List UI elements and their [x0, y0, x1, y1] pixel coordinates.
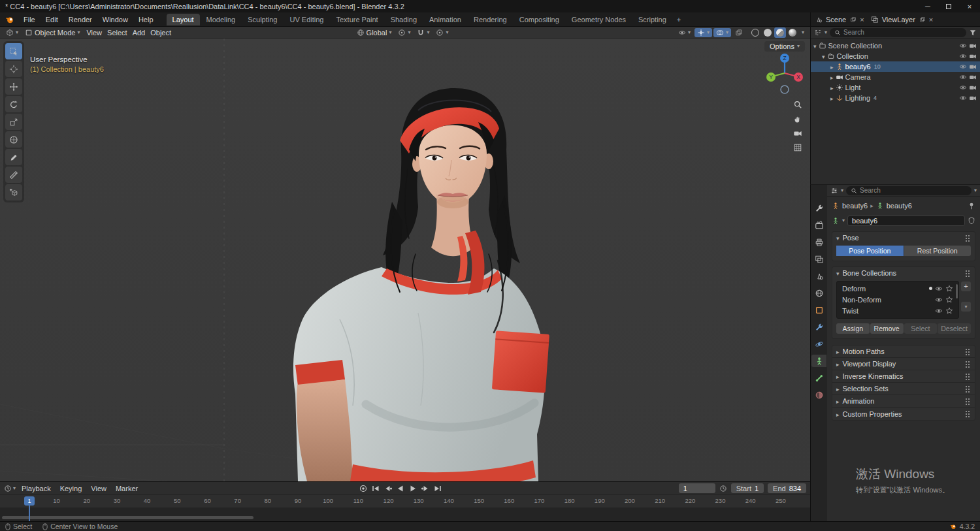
drag-grip-icon[interactable] [965, 385, 971, 393]
breadcrumb-object[interactable]: beauty6 [842, 202, 868, 210]
scene-selector[interactable]: Scene [825, 16, 847, 24]
properties-section-header[interactable]: Animation [832, 395, 975, 408]
hide-in-viewport-icon[interactable] [959, 73, 967, 81]
timeline-menu[interactable]: View [86, 483, 111, 494]
workspace-tab[interactable]: Layout [167, 14, 200, 25]
tool-annotate[interactable] [5, 149, 22, 165]
menubar-menu[interactable]: Help [133, 14, 159, 25]
disable-in-renders-icon[interactable] [969, 42, 977, 50]
output-tab[interactable] [811, 236, 826, 248]
maximize-button[interactable] [938, 0, 959, 12]
transform-orientation-selector[interactable]: Global▾ [354, 28, 395, 37]
workspace-tab[interactable]: Rendering [468, 14, 513, 25]
xray-toggle[interactable] [732, 28, 745, 37]
disclosure-triangle-icon[interactable] [822, 52, 825, 60]
bone-collection-action-button[interactable]: Select [904, 323, 938, 334]
properties-section-header[interactable]: Inverse Kinematics [832, 370, 975, 383]
solo-star-icon[interactable] [945, 307, 953, 315]
properties-search-input[interactable] [860, 187, 967, 194]
bone-collection-row[interactable]: Twist [837, 305, 958, 316]
drag-grip-icon[interactable] [965, 361, 971, 368]
pivot-point-selector[interactable]: ▾ [395, 28, 413, 37]
workspace-tab[interactable]: Geometry Nodes [566, 14, 632, 25]
gizmo-negative-z-axis[interactable] [781, 86, 789, 93]
hide-in-viewport-icon[interactable] [959, 84, 967, 91]
id-chevron-icon[interactable]: ▾ [842, 218, 845, 223]
menubar-menu[interactable]: Edit [41, 14, 63, 25]
auto-keying-button[interactable] [358, 483, 368, 493]
show-overlays-toggle[interactable]: ▾ [713, 28, 731, 37]
navigation-gizmo[interactable]: Z Y X [762, 50, 808, 96]
minimize-button[interactable]: ─ [917, 0, 938, 12]
outliner-row[interactable]: Lighting 4 [811, 93, 980, 103]
bone-collection-specials-button[interactable]: ▾ [961, 302, 971, 312]
mode-selector[interactable]: Object Mode▾ [22, 28, 82, 37]
properties-editor-icon[interactable] [830, 187, 838, 195]
disclosure-triangle-icon[interactable] [830, 63, 834, 71]
bone-collections-header[interactable]: Bone Collections [832, 267, 975, 279]
hide-in-viewport-icon[interactable] [959, 94, 967, 102]
viewport-menu[interactable]: Add [130, 28, 148, 37]
zoom-icon[interactable] [793, 100, 802, 109]
previous-keyframe-button[interactable] [383, 483, 393, 493]
disable-in-renders-icon[interactable] [969, 94, 977, 102]
drag-grip-icon[interactable] [965, 398, 971, 405]
properties-section-header[interactable]: Selection Sets [832, 383, 975, 395]
outliner-row[interactable]: Camera [811, 72, 980, 82]
timeline-menu[interactable]: Marker [111, 483, 142, 494]
outliner-row[interactable]: Light [811, 82, 980, 93]
timeline-editor-icon[interactable] [4, 485, 12, 492]
drag-grip-icon[interactable] [965, 373, 971, 380]
filter-icon[interactable] [969, 29, 977, 37]
bone-collection-action-button[interactable]: Remove [870, 323, 904, 334]
shading-wireframe-button[interactable] [749, 27, 761, 38]
tool-rotate[interactable] [5, 96, 22, 112]
add-bone-collection-button[interactable]: + [961, 282, 971, 291]
breadcrumb-data[interactable]: beauty6 [887, 202, 912, 210]
timeline-menu[interactable]: Playback [17, 483, 56, 494]
editor-type-selector[interactable]: ▾ [3, 28, 21, 37]
tool-transform[interactable] [5, 131, 22, 148]
modifiers-tab[interactable] [811, 321, 826, 333]
play-button[interactable] [408, 483, 417, 493]
tool-select-box[interactable] [5, 43, 22, 59]
object-type-visibility-dropdown[interactable]: ▾ [676, 28, 693, 37]
workspace-tab[interactable]: UV Editing [284, 14, 329, 25]
next-keyframe-button[interactable] [420, 483, 430, 493]
drag-grip-icon[interactable] [965, 270, 971, 277]
remove-viewlayer-button[interactable]: × [928, 15, 934, 24]
bone-collection-action-button[interactable]: Deselect [938, 323, 971, 334]
3d-viewport[interactable]: User Perspective (1) Collection | beauty… [0, 39, 810, 481]
tool-scale[interactable] [5, 114, 22, 130]
current-frame-field[interactable]: 1 [679, 483, 715, 493]
hide-in-viewport-icon[interactable] [959, 42, 967, 50]
shading-options-dropdown[interactable]: ▾ [799, 27, 807, 38]
toggle-ortho-icon[interactable] [793, 143, 802, 152]
scene-tab[interactable] [811, 270, 826, 282]
disable-in-renders-icon[interactable] [969, 63, 977, 71]
tool-add-cube[interactable] [5, 184, 22, 201]
editor-type-chevron-icon[interactable]: ▾ [825, 30, 827, 35]
render-tab[interactable] [811, 219, 826, 231]
outliner-row[interactable]: beauty6 10 [811, 61, 980, 72]
hide-in-viewport-icon[interactable] [959, 63, 967, 71]
shading-material-preview-button[interactable] [774, 27, 786, 38]
disable-in-renders-icon[interactable] [969, 52, 977, 60]
timeline-track-area[interactable] [0, 507, 810, 521]
outliner-editor-icon[interactable] [814, 29, 822, 37]
outliner-row[interactable]: Scene Collection [811, 40, 980, 51]
menubar-menu[interactable]: Window [97, 14, 133, 25]
disclosure-triangle-icon[interactable] [813, 42, 817, 50]
viewlayer-selector[interactable]: ViewLayer [881, 16, 917, 24]
drag-grip-icon[interactable] [965, 410, 971, 417]
workspace-tab[interactable]: Compositing [514, 14, 565, 25]
frame-end-field[interactable]: End834 [768, 483, 806, 493]
hide-in-viewport-icon[interactable] [959, 52, 967, 60]
properties-section-header[interactable]: Viewport Display [832, 358, 975, 370]
material-tab[interactable] [811, 389, 826, 401]
object-tab[interactable] [811, 304, 826, 316]
outliner-search[interactable] [830, 28, 966, 37]
properties-section-header[interactable]: Motion Paths [832, 346, 975, 358]
workspace-tab[interactable]: Animation [423, 14, 467, 25]
proportional-editing-toggle[interactable]: ▾ [433, 28, 451, 37]
